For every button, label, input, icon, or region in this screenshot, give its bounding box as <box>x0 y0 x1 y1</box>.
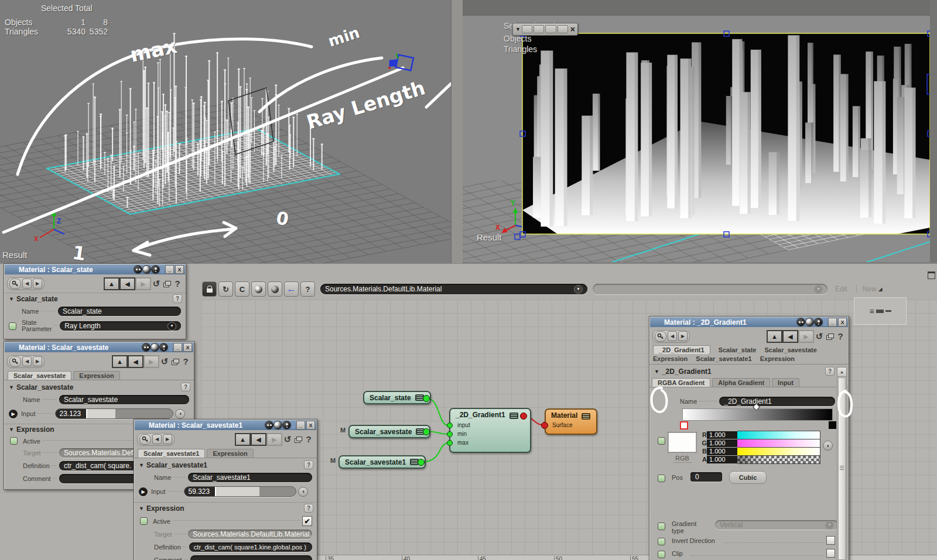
help-button[interactable]: ? <box>303 434 314 445</box>
tab-scalar-state[interactable]: Scalar_state <box>719 345 757 354</box>
region-option-button[interactable] <box>522 25 532 33</box>
section-help-button[interactable]: ? <box>173 294 182 303</box>
viewport-divider[interactable] <box>451 0 464 263</box>
secondary-dropdown-icon[interactable]: ▼ <box>814 285 823 294</box>
gradient-key-start[interactable] <box>680 421 688 430</box>
close-button[interactable]: X <box>838 318 847 327</box>
channel-slider-a[interactable] <box>737 455 820 464</box>
name-field[interactable]: _2D_Gradient1 <box>719 397 835 406</box>
comment-field[interactable] <box>190 555 312 560</box>
nav-up-button[interactable]: ▲ <box>104 277 119 290</box>
pos-animatable-checkbox[interactable] <box>658 475 665 482</box>
gtype-animatable-checkbox[interactable] <box>658 523 665 530</box>
state-dropdown[interactable]: Ray Length ▼ <box>60 321 181 331</box>
nav-forward-button[interactable]: ▶ <box>135 277 151 290</box>
region-option-button[interactable] <box>558 25 568 33</box>
nav-forward-button[interactable]: ▶ <box>143 355 159 368</box>
minimize-button[interactable]: _ <box>173 343 182 352</box>
prev-key-button[interactable]: ◀ <box>152 434 162 444</box>
interpolation-button[interactable]: Cubic <box>729 471 767 484</box>
minimize-button[interactable]: _ <box>296 421 305 430</box>
gradient-editor[interactable] <box>683 409 832 420</box>
tab-input[interactable]: Input <box>772 378 799 387</box>
material-path-field[interactable]: Sources.Materials.DefaultLib.Material ▼ <box>320 284 587 294</box>
close-button[interactable]: X <box>306 421 315 430</box>
channel-value[interactable]: 1.000 <box>707 448 737 455</box>
tab-scalar-savestate[interactable]: Scalar_savestate <box>8 371 71 380</box>
dropdown-icon[interactable]: ▼ <box>167 322 176 331</box>
edit-button[interactable]: Edit <box>835 285 847 293</box>
recycle-button[interactable]: ↺ <box>282 434 293 445</box>
color-swatch[interactable] <box>668 432 696 452</box>
channel-value[interactable]: 1.000 <box>707 456 737 463</box>
slider-options-icon[interactable]: ◖ <box>298 487 308 497</box>
key-button[interactable] <box>9 279 21 289</box>
layers-button[interactable] <box>170 356 180 367</box>
recycle-button[interactable]: ↺ <box>151 279 162 289</box>
tab-scalar-savestate1[interactable]: Scalar_savestate1 <box>138 449 205 458</box>
animatable-checkbox[interactable] <box>9 322 16 330</box>
input-value[interactable]: 23.123 <box>56 409 86 418</box>
node-menu-icon[interactable] <box>509 413 518 419</box>
section-header[interactable]: ▼ Scalar_savestate ? <box>4 382 194 392</box>
next-key-button[interactable]: ▶ <box>33 356 42 366</box>
tab-scalar-savestate1[interactable]: Scalar_savestate1 <box>696 355 751 362</box>
expression-section-header[interactable]: ▼ Expression ? <box>134 502 317 513</box>
prev-key-button[interactable]: ◀ <box>668 331 677 341</box>
inspect-icon[interactable] <box>265 421 273 429</box>
node-scalar-state[interactable]: Scalar_state <box>363 391 431 404</box>
channel-slider-g[interactable] <box>737 439 820 448</box>
connection-icon[interactable]: ▶ <box>139 487 148 496</box>
secondary-dropdown[interactable]: ▼ <box>593 284 827 294</box>
port-out-gradient[interactable] <box>520 413 527 420</box>
target-field[interactable]: Sources.Materials.DefaultLib.Material.Sc <box>188 530 312 539</box>
active-check[interactable]: ✔ <box>302 516 312 526</box>
new-button[interactable]: New◢ <box>856 285 883 293</box>
tab-alpha-gradient[interactable]: Alpha Gradient <box>712 378 770 387</box>
back-button[interactable]: ← <box>284 281 299 297</box>
node-scalar-savestate1[interactable]: Scalar_savestate1 <box>338 455 426 469</box>
tab-expression2[interactable]: Expression <box>760 355 795 362</box>
dropdown-icon[interactable]: ▼ <box>825 521 834 530</box>
active-checkbox[interactable] <box>140 517 148 525</box>
nav-back-button[interactable]: ◀ <box>251 433 266 446</box>
region-menu-icon[interactable]: ▼ <box>515 26 521 32</box>
port-in-gradient-min[interactable] <box>447 431 453 437</box>
viewport-render[interactable]: YXZ Selected Total Objects Triangles ▼ ×… <box>463 0 937 262</box>
inspect-icon[interactable] <box>797 318 805 326</box>
layers-button[interactable] <box>293 434 303 445</box>
gradient-type-dropdown[interactable]: Vertical ▼ <box>715 520 839 530</box>
port-out-scalar-savestate[interactable] <box>423 428 430 435</box>
preview-icon[interactable] <box>143 266 151 273</box>
path-dropdown-icon[interactable]: ▼ <box>574 285 583 294</box>
section-help-button[interactable]: ? <box>304 461 313 469</box>
preview-icon[interactable] <box>151 343 159 351</box>
channel-value[interactable]: 1.000 <box>707 439 737 447</box>
tab-expression[interactable]: Expression <box>653 355 688 362</box>
layers-button[interactable] <box>162 279 172 289</box>
recycle-button[interactable]: ↺ <box>814 331 825 342</box>
nav-up-button[interactable]: ▲ <box>112 355 128 368</box>
port-in-material-surface[interactable] <box>541 422 548 429</box>
key-button[interactable] <box>655 331 666 342</box>
minimize-button[interactable]: _ <box>165 265 174 274</box>
port-out-scalar-state[interactable] <box>423 395 430 402</box>
nav-up-button[interactable]: ▲ <box>235 433 251 446</box>
recycle-button[interactable]: ↺ <box>159 356 170 367</box>
inspect-icon[interactable] <box>134 266 142 273</box>
clear-button[interactable]: C <box>235 281 249 297</box>
close-button[interactable]: X <box>175 265 184 274</box>
name-field[interactable]: Scalar_savestate1 <box>188 473 312 482</box>
input-value[interactable]: 59.323 <box>184 487 215 496</box>
next-key-button[interactable]: ▶ <box>33 279 42 288</box>
shader-ball-button[interactable] <box>251 281 266 297</box>
collapsed-panel[interactable]: ≡ <box>854 297 907 325</box>
name-field[interactable]: Scalar_state <box>58 307 181 316</box>
port-in-gradient-input[interactable] <box>447 422 453 428</box>
nav-forward-button[interactable]: ▶ <box>798 330 814 343</box>
keying-icon[interactable] <box>152 266 159 273</box>
render-region-toolbar[interactable]: ▼ × <box>512 23 578 36</box>
next-key-button[interactable]: ▶ <box>678 331 688 341</box>
channel-value[interactable]: 1.000 <box>707 431 737 439</box>
lock-button[interactable] <box>202 281 217 297</box>
